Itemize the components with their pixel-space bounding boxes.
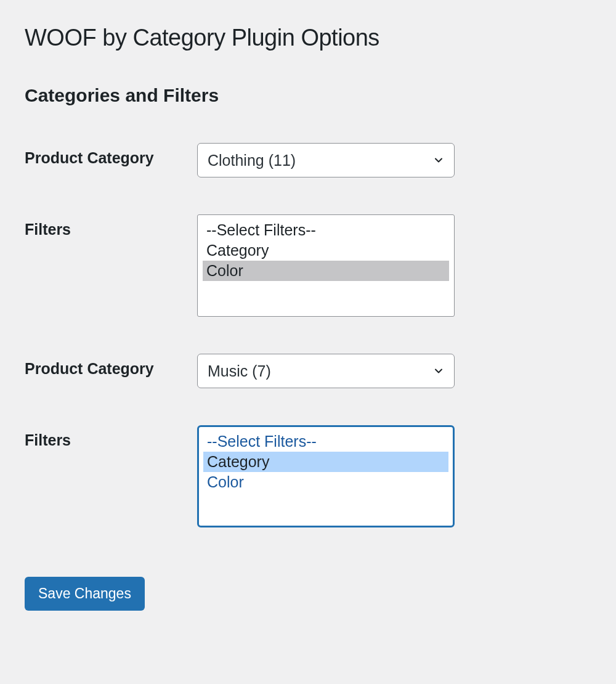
filters-option[interactable]: Category [203,452,448,472]
section-heading: Categories and Filters [25,85,591,106]
filters-listbox[interactable]: --Select Filters--CategoryColor [197,214,455,317]
product-category-select[interactable]: Music (7) [197,354,455,388]
page-title: WOOF by Category Plugin Options [25,25,591,51]
product-category-label: Product Category [25,143,197,167]
filters-option[interactable]: Color [203,472,448,492]
filters-option[interactable]: Category [203,240,449,261]
filters-label: Filters [25,425,197,449]
filters-placeholder-option[interactable]: --Select Filters-- [203,431,448,452]
filters-label: Filters [25,214,197,238]
filters-placeholder-option[interactable]: --Select Filters-- [203,220,449,240]
product-category-select[interactable]: Clothing (11) [197,143,455,177]
filters-listbox[interactable]: --Select Filters--CategoryColor [197,425,455,527]
product-category-label: Product Category [25,354,197,378]
save-button[interactable]: Save Changes [25,577,145,611]
filters-option[interactable]: Color [203,261,449,281]
